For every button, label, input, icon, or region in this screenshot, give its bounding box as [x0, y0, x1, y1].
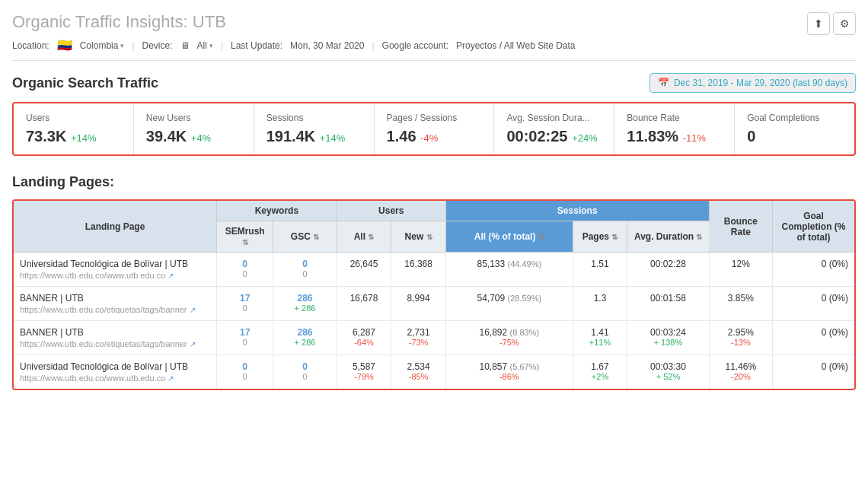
row3-users-new: 2,731 -73% — [391, 321, 446, 355]
pages-sort-icon: ⇅ — [611, 233, 617, 241]
sessions-all-sort-icon: ⇅ — [538, 233, 544, 241]
col-group-users: Users — [337, 201, 445, 221]
country-selector[interactable]: Colombia ▾ — [80, 40, 125, 51]
location-label: Location: — [12, 40, 49, 51]
metric-users: Users 73.3K +14% — [14, 103, 134, 154]
metric-users-label: Users — [26, 113, 121, 123]
metric-new-users-label: New Users — [146, 113, 241, 123]
metric-bounce-rate-label: Bounce Rate — [627, 113, 722, 123]
device-selector[interactable]: All ▾ — [197, 40, 213, 51]
row3-semrush: 17 0 — [217, 321, 273, 355]
metric-goal-completions-label: Goal Completions — [747, 113, 842, 123]
row4-users-all: 5,587 -79% — [337, 355, 391, 389]
semrush-sort-icon: ⇅ — [242, 238, 248, 246]
page-title: Organic Traffic Insights: UTB — [12, 12, 226, 32]
row1-users-all: 26,645 — [337, 253, 391, 287]
row2-ext-link[interactable]: ↗ — [190, 306, 196, 314]
row4-gsc: 0 0 — [273, 355, 337, 389]
row4-ext-link[interactable]: ↗ — [168, 374, 174, 383]
col-semrush[interactable]: SEMrush ⇅ — [217, 221, 273, 253]
table-row: Universidad Tecnológica de Bolívar | UTB… — [14, 355, 854, 389]
col-users-all[interactable]: All ⇅ — [337, 221, 391, 253]
row1-landing-page: Universidad Tecnológica de Bolívar | UTB… — [14, 253, 217, 287]
col-avg-duration[interactable]: Avg. Duration ⇅ — [627, 221, 709, 253]
google-account-value: Proyectos / All Web Site Data — [456, 40, 576, 51]
row1-users-new: 16,368 — [391, 253, 446, 287]
col-users-new[interactable]: New ⇅ — [391, 221, 446, 253]
col-group-sessions: Sessions — [445, 201, 709, 221]
metric-users-value: 73.3K +14% — [26, 128, 121, 145]
col-goal: Goal Completion (% of total) — [773, 201, 854, 253]
row4-semrush: 0 0 — [217, 355, 273, 389]
row3-ext-link[interactable]: ↗ — [190, 340, 196, 348]
col-bounce-rate: Bounce Rate — [709, 201, 772, 253]
metric-bounce-rate: Bounce Rate 11.83% -11% — [614, 103, 735, 154]
landing-pages-title: Landing Pages: — [12, 174, 856, 190]
duration-sort-icon: ⇅ — [696, 233, 702, 241]
row1-duration: 00:02:28 — [627, 253, 709, 287]
row3-landing-page: BANNER | UTB https://www.utb.edu.co/etiq… — [14, 321, 217, 355]
col-pages[interactable]: Pages ⇅ — [573, 221, 627, 253]
settings-button[interactable]: ⚙ — [833, 12, 856, 35]
row2-sessions: 54,709 (28.59%) — [445, 287, 573, 321]
metric-goal-completions: Goal Completions 0 — [735, 103, 854, 154]
row3-pages: 1.41 +11% — [573, 321, 627, 355]
metric-sessions-value: 191.4K +14% — [266, 128, 362, 145]
row3-sessions: 16,892 (8.83%) -75% — [445, 321, 573, 355]
metrics-container: Users 73.3K +14% New Users 39.4K +4% Ses… — [12, 102, 856, 156]
row1-sessions: 85,133 (44.49%) — [445, 253, 573, 287]
row4-sessions: 10,857 (5.67%) -86% — [445, 355, 573, 389]
metric-sessions: Sessions 191.4K +14% — [254, 103, 375, 154]
row1-gsc: 0 0 — [273, 253, 337, 287]
metric-avg-duration-value: 00:02:25 +24% — [506, 128, 602, 145]
row1-pages: 1.51 — [573, 253, 627, 287]
row4-pages: 1.67 +2% — [573, 355, 627, 389]
row3-users-all: 6,287 -64% — [337, 321, 391, 355]
col-gsc[interactable]: GSC ⇅ — [273, 221, 337, 253]
calendar-icon: 📅 — [658, 78, 669, 88]
row1-semrush: 0 0 — [217, 253, 273, 287]
last-update-value: Mon, 30 Mar 2020 — [290, 40, 364, 51]
export-button[interactable]: ⬆ — [807, 12, 830, 35]
row3-bounce: 2.95% -13% — [709, 321, 772, 355]
col-landing-page: Landing Page — [14, 201, 217, 253]
table-row: BANNER | UTB https://www.utb.edu.co/etiq… — [14, 321, 854, 355]
metric-avg-duration: Avg. Session Dura... 00:02:25 +24% — [494, 103, 614, 154]
device-icon: 🖥 — [180, 40, 190, 51]
row2-landing-page: BANNER | UTB https://www.utb.edu.co/etiq… — [14, 287, 217, 321]
last-update-label: Last Update: — [231, 40, 282, 51]
row1-ext-link[interactable]: ↗ — [168, 272, 174, 280]
col-sessions-all[interactable]: All (% of total) ⇅ — [445, 221, 573, 253]
table-row: Universidad Tecnológica de Bolívar | UTB… — [14, 253, 854, 287]
date-range-button[interactable]: 📅 Dec 31, 2019 - Mar 29, 2020 (last 90 d… — [649, 73, 856, 93]
row2-pages: 1.3 — [573, 287, 627, 321]
gsc-sort-icon: ⇅ — [313, 233, 319, 241]
metric-bounce-rate-value: 11.83% -11% — [627, 128, 722, 145]
country-flag: 🇨🇴 — [57, 38, 72, 52]
col-group-keywords: Keywords — [217, 201, 337, 221]
row3-duration: 00:03:24 + 138% — [627, 321, 709, 355]
row1-bounce: 12% — [709, 253, 772, 287]
row4-bounce: 11.46% -20% — [709, 355, 772, 389]
metric-avg-duration-label: Avg. Session Dura... — [506, 113, 602, 123]
table-row: BANNER | UTB https://www.utb.edu.co/etiq… — [14, 287, 854, 321]
country-dropdown-arrow: ▾ — [120, 42, 124, 49]
row4-landing-page: Universidad Tecnológica de Bolívar | UTB… — [14, 355, 217, 389]
metric-pages-sessions: Pages / Sessions 1.46 -4% — [375, 103, 495, 154]
row1-goal: 0 (0%) — [773, 253, 854, 287]
row2-users-all: 16,678 — [337, 287, 391, 321]
row2-goal: 0 (0%) — [773, 287, 854, 321]
row4-goal: 0 (0%) — [773, 355, 854, 389]
row2-semrush: 17 0 — [217, 287, 273, 321]
row2-duration: 00:01:58 — [627, 287, 709, 321]
landing-pages-table-container: Landing Page Keywords Users Sessions Bou… — [12, 199, 856, 390]
row4-users-new: 2,534 -85% — [391, 355, 446, 389]
metric-pages-sessions-label: Pages / Sessions — [387, 113, 482, 123]
metric-sessions-label: Sessions — [266, 113, 362, 123]
row2-users-new: 8,994 — [391, 287, 446, 321]
landing-pages-table: Landing Page Keywords Users Sessions Bou… — [14, 201, 854, 389]
metric-goal-completions-value: 0 — [747, 128, 842, 145]
row4-duration: 00:03:30 + 52% — [627, 355, 709, 389]
google-account-label: Google account: — [382, 40, 448, 51]
device-label: Device: — [142, 40, 173, 51]
